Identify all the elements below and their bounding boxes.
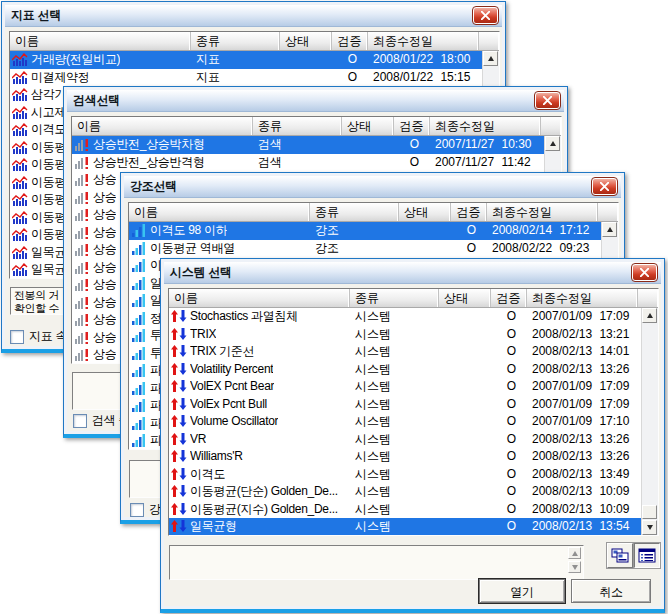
table-row[interactable]: Williams'R 시스템 O 2008/02/13 13:26 [169, 448, 642, 466]
row-name: Williams'R [190, 448, 243, 466]
view-details-icon[interactable] [634, 543, 660, 568]
description-scrollbar[interactable] [568, 547, 582, 576]
table-row[interactable]: 이동평균(지수) Golden_De... 시스템 O 2008/02/13 1… [169, 501, 642, 519]
titlebar[interactable]: 검색선택 [67, 90, 564, 112]
table-row[interactable]: 이격도 시스템 O 2008/02/13 13:49 [169, 466, 642, 484]
row-verified: O [491, 431, 527, 449]
row-name: 삼각기 [31, 86, 66, 104]
column-header-modified[interactable]: 최종수정일 [527, 289, 638, 307]
table-row[interactable]: TRIX 시스템 O 2008/02/13 13:21 [169, 326, 642, 344]
row-name: 일목균형 [190, 518, 237, 535]
row-type: 시스템 [350, 466, 439, 484]
table-row[interactable]: Stochastics 과열침체 시스템 O 2007/01/09 17:09 [169, 308, 642, 326]
up-down-arrows-icon [171, 433, 187, 446]
checkbox[interactable] [130, 503, 144, 517]
close-icon[interactable] [473, 7, 498, 24]
close-icon[interactable] [632, 264, 657, 281]
highlight-bars-icon [131, 312, 147, 325]
column-header-type[interactable]: 종류 [191, 32, 280, 50]
up-down-arrows-icon [171, 468, 187, 481]
checkbox[interactable] [73, 414, 87, 428]
row-modified: 2008/02/13 13:21 [527, 326, 638, 344]
table-row[interactable]: Volume Oscillator 시스템 O 2007/01/09 17:10 [169, 413, 642, 431]
list-view: 이름 종류 상태 검증 최종수정일 Stochastics 과열침체 시스템 O… [168, 288, 659, 536]
titlebar[interactable]: 지표 선택 [5, 5, 502, 27]
chart-indicator-icon [12, 71, 28, 84]
vertical-scrollbar[interactable] [641, 308, 658, 535]
table-row[interactable]: 상승반전_상승반격형 검색 O 2007/11/27 11:42 [72, 154, 545, 172]
column-header-type[interactable]: 종류 [253, 117, 342, 135]
scrollbar-thumb[interactable] [642, 505, 657, 519]
table-row[interactable]: 이동평균(단순) Golden_De... 시스템 O 2008/02/13 1… [169, 483, 642, 501]
row-name: 이동평 [31, 174, 66, 192]
column-header-modified[interactable]: 최종수정일 [430, 117, 541, 135]
column-header-name[interactable]: 이름 [72, 117, 253, 135]
titlebar[interactable]: 시스템 선택 [164, 262, 661, 284]
column-header-modified[interactable]: 최종수정일 [368, 32, 479, 50]
list-header: 이름 종류 상태 검증 최종수정일 [129, 203, 618, 222]
column-header-verified[interactable]: 검증 [332, 32, 368, 50]
table-row[interactable]: TRIX 기준선 시스템 O 2008/02/13 14:01 [169, 343, 642, 361]
row-status [439, 326, 491, 344]
scroll-up-icon[interactable] [545, 136, 560, 151]
scroll-up-icon[interactable] [642, 308, 657, 323]
scroll-down-icon[interactable] [642, 520, 657, 535]
table-row[interactable]: 일목균형 시스템 O 2008/02/13 13:54 [169, 518, 642, 535]
row-name: 이동평 [31, 226, 66, 244]
close-icon[interactable] [535, 92, 560, 109]
column-header-status[interactable]: 상태 [280, 32, 332, 50]
titlebar[interactable]: 강조선택 [124, 176, 621, 198]
scroll-up-icon[interactable] [483, 51, 498, 66]
column-header-status[interactable]: 상태 [399, 203, 451, 221]
row-status [280, 69, 332, 87]
row-name: 상승 [93, 224, 116, 242]
column-header-name[interactable]: 이름 [129, 203, 310, 221]
up-down-arrows-icon [171, 450, 187, 463]
table-row[interactable]: 이동평균 역배열 강조 O 2008/02/22 09:23 [129, 240, 602, 258]
row-name: Stochastics 과열침체 [190, 308, 298, 326]
row-status [342, 154, 394, 172]
column-header-verified[interactable]: 검증 [394, 117, 430, 135]
chart-indicator-icon [12, 123, 28, 136]
close-icon[interactable] [592, 178, 617, 195]
table-row[interactable]: VR 시스템 O 2008/02/13 13:26 [169, 431, 642, 449]
row-name: 이격도 [190, 466, 225, 484]
column-header-filler [541, 117, 561, 135]
scroll-up-icon[interactable] [602, 222, 617, 237]
table-row[interactable]: 거래량(전일비교) 지표 O 2008/01/22 18:00 [10, 51, 483, 69]
row-verified: O [491, 326, 527, 344]
table-row[interactable]: Volatility Percent 시스템 O 2008/02/13 13:2… [169, 361, 642, 379]
table-row[interactable]: 상승반전_상승박차형 검색 O 2007/11/27 10:30 [72, 136, 545, 154]
table-row[interactable]: VolEX Pcnt Bear 시스템 O 2007/01/09 17:09 [169, 378, 642, 396]
column-header-type[interactable]: 종류 [310, 203, 399, 221]
highlight-bars-icon [131, 417, 147, 430]
checkbox[interactable] [10, 330, 24, 344]
scroll-down-icon[interactable] [568, 561, 581, 573]
row-status [439, 448, 491, 466]
column-header-status[interactable]: 상태 [439, 289, 491, 307]
scroll-up-icon[interactable] [568, 547, 581, 559]
row-name: 이동평 [31, 139, 66, 157]
table-row[interactable]: VolEx Pcnt Bull 시스템 O 2007/01/09 17:09 [169, 396, 642, 414]
up-down-arrows-icon [171, 520, 187, 533]
column-header-verified[interactable]: 검증 [491, 289, 527, 307]
up-down-arrows-icon [171, 415, 187, 428]
search-result-icon [74, 348, 90, 361]
column-header-status[interactable]: 상태 [342, 117, 394, 135]
column-header-modified[interactable]: 최종수정일 [487, 203, 598, 221]
open-button[interactable]: 열기 [479, 579, 565, 603]
cancel-button[interactable]: 취소 [571, 579, 651, 603]
column-header-verified[interactable]: 검증 [451, 203, 487, 221]
row-name: 이격도 [31, 121, 66, 139]
table-row[interactable]: 이격도 98 이하 강조 O 2008/02/14 17:12 [129, 222, 602, 240]
table-row[interactable]: 미결제약정 지표 O 2008/01/22 15:15 [10, 69, 483, 87]
column-header-name[interactable]: 이름 [169, 289, 350, 307]
column-header-type[interactable]: 종류 [350, 289, 439, 307]
row-name: 이동평 [31, 156, 66, 174]
search-result-icon [74, 173, 90, 186]
row-name: 일목균 [31, 261, 66, 278]
column-header-name[interactable]: 이름 [10, 32, 191, 50]
checkbox-indicator-option[interactable]: 지표 속 [10, 328, 67, 345]
view-thumbnail-icon[interactable] [607, 543, 633, 568]
row-modified: 2008/02/13 13:26 [527, 448, 638, 466]
